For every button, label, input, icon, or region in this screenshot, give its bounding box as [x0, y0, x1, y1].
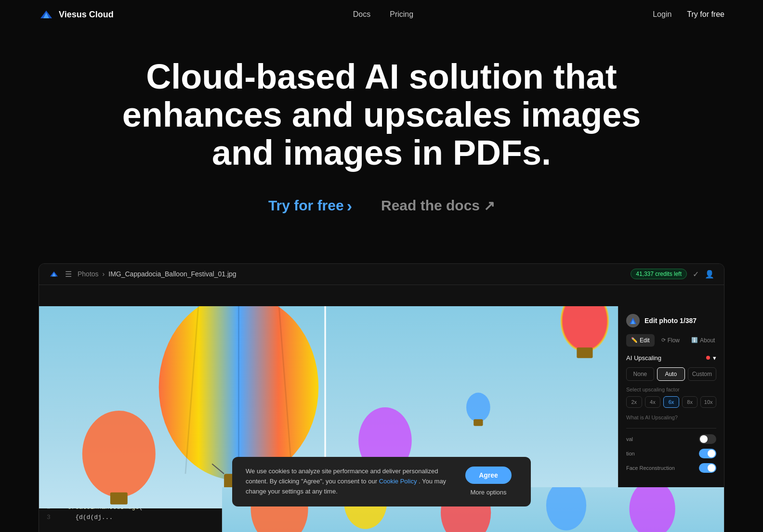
cookie-actions: Agree More options	[460, 467, 517, 496]
svg-rect-19	[110, 492, 128, 504]
divider	[626, 428, 716, 428]
tab-about[interactable]: ℹ️ About	[686, 334, 720, 347]
tab-edit[interactable]: ✏️ Edit	[626, 334, 655, 347]
logo-icon	[39, 9, 54, 20]
code-text-3: {d(d(dj...	[60, 513, 113, 523]
option-none[interactable]: None	[626, 367, 654, 381]
toggle-row-2: tion	[626, 449, 716, 458]
upscaling-options: None Auto Custom	[626, 367, 716, 381]
info-link[interactable]: What is AI Upscaling?	[626, 415, 716, 420]
edit-photo-title: Edit photo 1/387	[645, 317, 697, 324]
nav-links: Docs Pricing	[353, 10, 413, 19]
app-bar-right: 41,337 credits left ✓ 👤	[631, 269, 714, 279]
flow-icon: ⟳	[661, 337, 666, 343]
factor-row: 2x 4x 6x 8x 10x	[626, 396, 716, 408]
credits-badge: 41,337 credits left	[631, 269, 687, 279]
breadcrumb: Photos › IMG_Cappadocia_Balloon_Festival…	[78, 270, 237, 278]
cookie-policy-link[interactable]: Cookie Policy	[379, 478, 417, 485]
edit-icon: ✏️	[631, 337, 638, 343]
toggle-label-2: tion	[626, 451, 635, 456]
more-options-button[interactable]: More options	[470, 489, 506, 496]
agree-button[interactable]: Agree	[465, 467, 512, 484]
factor-10x[interactable]: 10x	[700, 396, 716, 408]
svg-rect-15	[577, 347, 592, 358]
logo-text: Viesus Cloud	[59, 10, 114, 20]
option-custom[interactable]: Custom	[688, 367, 716, 381]
nav-try-button[interactable]: Try for free	[687, 10, 724, 19]
svg-point-18	[82, 410, 156, 497]
toggle-face[interactable]	[699, 463, 716, 473]
demo-wrapper: ☰ Photos › IMG_Cappadocia_Balloon_Festiv…	[39, 263, 724, 532]
nav-pricing[interactable]: Pricing	[390, 10, 413, 19]
read-docs-cta[interactable]: Read the docs	[381, 197, 495, 214]
line-num-3: 3	[47, 513, 53, 523]
svg-rect-17	[474, 419, 483, 426]
info-icon: ℹ️	[691, 337, 698, 343]
settings-icon[interactable]: ✓	[693, 270, 699, 279]
svg-point-16	[466, 392, 490, 422]
logo[interactable]: Viesus Cloud	[39, 9, 114, 20]
hamburger-icon[interactable]: ☰	[65, 270, 72, 279]
factor-label: Select upscaling factor	[626, 387, 716, 392]
factor-2x[interactable]: 2x	[626, 396, 642, 408]
edit-photo-header: Edit photo 1/387	[626, 314, 716, 327]
navbar: Viesus Cloud Docs Pricing Login Try for …	[0, 0, 763, 29]
hero-ctas: Try for free Read the docs	[96, 196, 667, 215]
section-label: AI Upscaling ▾	[626, 354, 716, 362]
active-indicator	[706, 356, 710, 360]
user-icon[interactable]: 👤	[705, 270, 714, 279]
tab-row: ✏️ Edit ⟳ Flow ℹ️ About	[626, 334, 716, 347]
app-logo-icon	[49, 270, 59, 278]
toggle-2[interactable]	[699, 449, 716, 458]
section-title: AI Upscaling	[626, 354, 661, 362]
factor-8x[interactable]: 8x	[682, 396, 698, 408]
nav-right: Login Try for free	[653, 10, 724, 19]
code-line-3: 3 {d(d(dj...	[47, 513, 214, 523]
nav-login[interactable]: Login	[653, 10, 671, 19]
toggle-1[interactable]	[699, 434, 716, 444]
option-auto[interactable]: Auto	[657, 367, 685, 381]
breadcrumb-file: IMG_Cappadocia_Balloon_Festival_01.jpg	[108, 270, 236, 278]
chevron-down-icon[interactable]: ▾	[713, 354, 716, 362]
try-free-cta[interactable]: Try for free	[268, 196, 352, 215]
nav-docs[interactable]: Docs	[353, 10, 370, 19]
sidebar-panel: Edit photo 1/387 ✏️ Edit ⟳ Flow ℹ️ About…	[618, 306, 724, 487]
factor-6x[interactable]: 6x	[663, 396, 679, 408]
cookie-banner: We use cookies to analyze site performan…	[232, 457, 531, 506]
toggle-label-face: Face Reconstruction	[626, 465, 675, 471]
avatar	[626, 314, 640, 327]
hero-headline: Cloud-based AI solution that enhances an…	[96, 58, 667, 172]
toggle-row-1: val	[626, 434, 716, 444]
factor-4x[interactable]: 4x	[645, 396, 661, 408]
app-bar-left: ☰ Photos › IMG_Cappadocia_Balloon_Festiv…	[49, 270, 237, 279]
toggle-row-face: Face Reconstruction	[626, 463, 716, 473]
svg-point-29	[630, 487, 675, 532]
tab-flow[interactable]: ⟳ Flow	[657, 334, 684, 347]
cookie-text: We use cookies to analyze site performan…	[246, 467, 448, 496]
breadcrumb-root[interactable]: Photos	[78, 270, 99, 278]
hero-section: Cloud-based AI solution that enhances an…	[0, 29, 763, 263]
toggle-label-1: val	[626, 436, 633, 442]
app-bar: ☰ Photos › IMG_Cappadocia_Balloon_Festiv…	[39, 264, 724, 285]
